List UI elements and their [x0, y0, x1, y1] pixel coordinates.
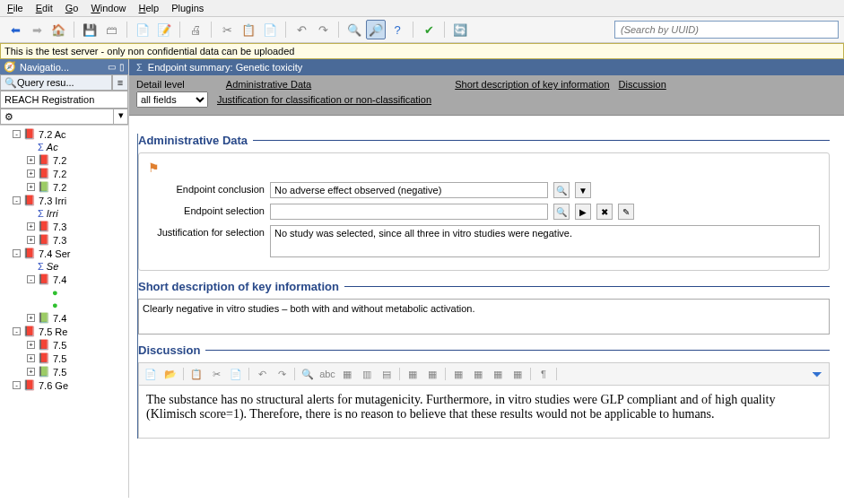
- link-admin-data[interactable]: Administrative Data: [226, 79, 311, 90]
- tree-node-7-4[interactable]: -📕7.4 Ser: [0, 247, 128, 260]
- rtb-copy-icon[interactable]: 📋: [187, 366, 205, 382]
- edit-selection-icon[interactable]: ✎: [618, 204, 634, 220]
- delete-selection-icon[interactable]: ✖: [596, 204, 613, 220]
- rtb-delcol-icon[interactable]: ▦: [469, 366, 487, 382]
- endpoint-header: Σ Endpoint summary: Genetic toxicity: [129, 59, 844, 75]
- menu-go[interactable]: Go: [65, 3, 79, 13]
- tree-node-7-3-a[interactable]: +📕7.3: [0, 220, 128, 233]
- filter-dropdown-icon[interactable]: ▾: [113, 109, 127, 124]
- rtb-split-icon[interactable]: ▦: [423, 366, 441, 382]
- back-icon[interactable]: ⬅: [5, 20, 25, 39]
- menu-file[interactable]: File: [7, 3, 23, 13]
- redo-icon[interactable]: ↷: [313, 20, 333, 39]
- sidebar: 🧭 Navigatio... ▭ ▯ 🔍 Query resu... ≡ REA…: [0, 59, 129, 498]
- short-description-field[interactable]: Clearly negative in vitro studies – both…: [138, 299, 830, 335]
- validate-icon[interactable]: ✔: [419, 20, 439, 39]
- sigma-icon: Σ: [136, 62, 143, 73]
- add-selection-icon[interactable]: ▶: [575, 204, 591, 220]
- tree-view: -📕7.2 Ac ΣAc +📕7.2 +📕7.2 +📗7.2 -📕7.3 Irr…: [0, 125, 128, 498]
- lookup-conclusion-icon[interactable]: 🔍: [553, 182, 570, 198]
- tree-node-7-4-b[interactable]: +📗7.4: [0, 311, 128, 325]
- tab-overflow-icon[interactable]: ≡: [112, 74, 128, 91]
- tree-node-7-2[interactable]: -📕7.2 Ac: [0, 127, 128, 141]
- tree-node-7-2-ac[interactable]: ΣAc: [0, 141, 128, 153]
- content-area: Administrative Data ⚑ Endpoint conclusio…: [129, 116, 844, 498]
- rtb-spell-icon[interactable]: abc: [318, 366, 336, 382]
- link-justification[interactable]: Justification for classification or non-…: [217, 94, 431, 105]
- tree-node-7-4-a-2[interactable]: ●: [0, 299, 128, 311]
- find-icon[interactable]: 🔍: [344, 20, 364, 39]
- sync-icon[interactable]: 🔄: [450, 20, 470, 39]
- dropdown-conclusion-icon[interactable]: ▼: [575, 182, 591, 198]
- tree-node-7-2-b[interactable]: +📕7.2: [0, 167, 128, 180]
- inspect-icon[interactable]: 🔎: [366, 20, 386, 39]
- menu-window[interactable]: Window: [91, 3, 126, 13]
- menu-plugins[interactable]: Plugins: [171, 3, 204, 13]
- rtb-cut-icon[interactable]: ✂: [207, 366, 225, 382]
- minimize-icon[interactable]: ▭: [108, 62, 116, 72]
- rtb-insrow-icon[interactable]: ▥: [358, 366, 376, 382]
- copy-icon[interactable]: 📋: [239, 20, 258, 39]
- tree-node-7-4-a-1[interactable]: ●: [0, 286, 128, 299]
- input-justification-selection[interactable]: No study was selected, since all three i…: [270, 225, 820, 257]
- forward-icon[interactable]: ➡: [27, 20, 47, 39]
- tree-node-7-4-a[interactable]: -📕7.4: [0, 273, 128, 286]
- menubar: File Edit Go Window Help Plugins: [0, 0, 844, 17]
- rtb-redo-icon[interactable]: ↷: [273, 366, 291, 382]
- tree-node-7-5[interactable]: -📕7.5 Re: [0, 325, 128, 338]
- rtb-deltbl-icon[interactable]: ▦: [489, 366, 507, 382]
- nav-icon: 🧭: [4, 61, 16, 73]
- reach-registration-row[interactable]: REACH Registration: [0, 91, 128, 109]
- tree-node-7-5-c[interactable]: +📗7.5: [0, 365, 128, 378]
- tree-node-7-5-b[interactable]: +📕7.5: [0, 352, 128, 365]
- menu-help[interactable]: Help: [139, 3, 160, 13]
- rtb-merge-icon[interactable]: ▦: [404, 366, 422, 382]
- rtb-open-icon[interactable]: 📂: [161, 366, 179, 382]
- rtb-inscol-icon[interactable]: ▤: [378, 366, 396, 382]
- help-icon[interactable]: ?: [387, 20, 407, 39]
- rtb-pilcrow-icon[interactable]: ¶: [535, 366, 553, 382]
- tree-node-7-3-b[interactable]: +📕7.3: [0, 233, 128, 247]
- close-view-icon[interactable]: ▯: [119, 62, 125, 72]
- edit-doc-icon[interactable]: 📝: [154, 20, 174, 39]
- rtb-table-icon[interactable]: ▦: [338, 366, 356, 382]
- rtb-search-icon[interactable]: 🔍: [299, 366, 317, 382]
- link-short-desc[interactable]: Short description of key information: [455, 79, 609, 90]
- query-results-tab[interactable]: 🔍 Query resu...: [0, 74, 112, 91]
- tree-node-7-5-a[interactable]: +📕7.5: [0, 338, 128, 352]
- rtb-delrow-icon[interactable]: ▦: [449, 366, 467, 382]
- tree-node-7-3-irri[interactable]: ΣIrri: [0, 207, 128, 220]
- search-input[interactable]: [614, 21, 839, 39]
- print-icon[interactable]: 🖨: [186, 20, 205, 39]
- new-doc-icon[interactable]: 📄: [133, 20, 152, 39]
- toolbar: ⬅ ➡ 🏠 💾 🗃 📄 📝 🖨 ✂ 📋 📄 ↶ ↷ 🔍 🔎 ? ✔ 🔄: [0, 17, 844, 43]
- rtb-undo-icon[interactable]: ↶: [253, 366, 271, 382]
- flag-icon[interactable]: ⚑: [148, 161, 160, 175]
- home-icon[interactable]: 🏠: [48, 20, 68, 39]
- link-discussion[interactable]: Discussion: [619, 79, 666, 90]
- tree-node-7-6[interactable]: -📕7.6 Ge: [0, 378, 128, 392]
- lookup-selection-icon[interactable]: 🔍: [553, 204, 570, 220]
- filter-toolbar-icon[interactable]: ⚙: [1, 109, 113, 124]
- input-endpoint-conclusion[interactable]: No adverse effect observed (negative): [270, 182, 548, 198]
- paste-icon[interactable]: 📄: [260, 20, 280, 39]
- rtb-paste-icon[interactable]: 📄: [227, 366, 245, 382]
- rtb-props-icon[interactable]: ▦: [509, 366, 526, 382]
- undo-icon[interactable]: ↶: [291, 20, 311, 39]
- rtb-expand-icon[interactable]: ⏷: [808, 366, 826, 382]
- rtb-new-icon[interactable]: 📄: [142, 366, 160, 382]
- save-all-icon[interactable]: 🗃: [101, 20, 121, 39]
- lbl-endpoint-selection: Endpoint selection: [148, 204, 265, 216]
- input-endpoint-selection[interactable]: [270, 204, 548, 220]
- cut-icon[interactable]: ✂: [217, 20, 237, 39]
- tree-node-7-4-se[interactable]: ΣSe: [0, 260, 128, 273]
- tree-node-7-2-c[interactable]: +📗7.2: [0, 180, 128, 194]
- discussion-field[interactable]: The substance has no structural alerts f…: [138, 385, 830, 439]
- menu-edit[interactable]: Edit: [36, 3, 53, 13]
- save-icon[interactable]: 💾: [80, 20, 100, 39]
- section-discussion-title: Discussion: [138, 343, 830, 357]
- tree-node-7-3[interactable]: -📕7.3 Irri: [0, 194, 128, 207]
- tree-node-7-2-a[interactable]: +📕7.2: [0, 153, 128, 167]
- detail-level-select[interactable]: all fields: [136, 91, 208, 108]
- lbl-justification-selection: Justification for selection: [148, 225, 265, 238]
